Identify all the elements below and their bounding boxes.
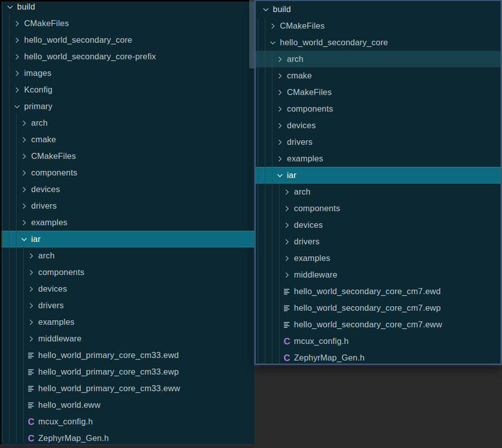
folder-row-components[interactable]: components (256, 101, 500, 117)
file-row-hello_world_primary_core_cm33.eww[interactable]: hello_world_primary_core_cm33.eww (0, 380, 254, 397)
folder-row-devices[interactable]: devices (256, 117, 500, 134)
folder-row-arch[interactable]: arch (256, 184, 500, 200)
folder-row-devices[interactable]: devices (256, 217, 500, 233)
chevron-down-icon[interactable] (20, 235, 28, 243)
chevron-right-icon[interactable] (20, 152, 28, 160)
chevron-right-icon[interactable] (283, 188, 291, 196)
folder-row-examples[interactable]: examples (0, 214, 254, 231)
chevron-down-icon[interactable] (269, 39, 277, 47)
list-file-icon (27, 351, 35, 360)
chevron-right-icon[interactable] (27, 268, 35, 277)
chevron-right-icon[interactable] (27, 302, 35, 310)
chevron-right-icon[interactable] (27, 252, 35, 260)
c-glyph: C (28, 434, 34, 442)
folder-row-arch[interactable]: arch (0, 115, 254, 131)
folder-row-examples[interactable]: examples (256, 250, 500, 266)
left-panel-left-edge (0, 0, 2, 448)
folder-row-examples[interactable]: examples (0, 314, 254, 330)
chevron-right-icon[interactable] (13, 36, 21, 44)
folder-row-hello_world_secondary_core[interactable]: hello_world_secondary_core (256, 34, 500, 51)
chevron-right-icon[interactable] (20, 186, 28, 194)
chevron-right-icon[interactable] (276, 122, 284, 130)
folder-row-examples[interactable]: examples (256, 150, 500, 167)
chevron-right-icon[interactable] (13, 53, 21, 61)
folder-row-Kconfig[interactable]: Kconfig (0, 81, 254, 98)
secondary-file-tree-panel: build CMakeFiles hello_world_secondary_c… (254, 0, 502, 365)
chevron-right-icon[interactable] (13, 69, 21, 77)
folder-row-hello_world_secondary_core[interactable]: hello_world_secondary_core (0, 32, 254, 48)
folder-row-middleware[interactable]: middleware (256, 266, 500, 283)
folder-row-iar[interactable]: iar (256, 167, 500, 184)
chevron-down-icon[interactable] (13, 103, 21, 111)
folder-row-components[interactable]: components (0, 264, 254, 281)
folder-row-iar[interactable]: iar (0, 231, 254, 247)
file-row-mcux_config.h[interactable]: C mcux_config.h (256, 333, 500, 349)
file-row-mcux_config.h[interactable]: C mcux_config.h (0, 413, 254, 430)
chevron-right-icon[interactable] (20, 202, 28, 210)
folder-row-middleware[interactable]: middleware (0, 330, 254, 347)
list-file-icon (283, 304, 291, 312)
folder-row-cmake[interactable]: cmake (0, 131, 254, 148)
chevron-right-icon[interactable] (13, 20, 21, 28)
folder-row-devices[interactable]: devices (0, 281, 254, 297)
file-row-hello_world_secondary_core_cm7.ewd[interactable]: hello_world_secondary_core_cm7.ewd (256, 283, 500, 300)
file-row-ZephyrMap_Gen.h[interactable]: C ZephyrMap_Gen.h (256, 349, 500, 365)
chevron-right-icon[interactable] (13, 86, 21, 94)
chevron-right-icon[interactable] (20, 219, 28, 227)
list-file-icon (27, 368, 35, 376)
chevron-down-icon[interactable] (276, 171, 284, 180)
file-row-hello_world_secondary_core_cm7.eww[interactable]: hello_world_secondary_core_cm7.eww (256, 316, 500, 333)
list-file-icon (27, 401, 35, 409)
folder-row-cmake[interactable]: cmake (256, 67, 500, 84)
chevron-right-icon[interactable] (269, 22, 277, 30)
folder-row-primary[interactable]: primary (0, 98, 254, 115)
folder-row-hello_world_secondary_core-prefix[interactable]: hello_world_secondary_core-prefix (0, 48, 254, 65)
chevron-right-icon[interactable] (276, 138, 284, 146)
folder-row-CMakeFiles[interactable]: CMakeFiles (0, 148, 254, 164)
chevron-right-icon[interactable] (20, 119, 28, 127)
folder-row-CMakeFiles[interactable]: CMakeFiles (0, 15, 254, 32)
chevron-right-icon[interactable] (283, 205, 291, 213)
folder-row-build[interactable]: build (256, 1, 500, 18)
c-glyph: C (283, 337, 290, 345)
chevron-right-icon[interactable] (276, 105, 284, 113)
chevron-right-icon[interactable] (20, 136, 28, 144)
folder-row-drivers[interactable]: drivers (0, 297, 254, 314)
chevron-right-icon[interactable] (27, 335, 35, 343)
folder-row-components[interactable]: components (0, 164, 254, 181)
file-row-hello_world_primary_core_cm33.ewd[interactable]: hello_world_primary_core_cm33.ewd (0, 347, 254, 364)
chevron-down-icon[interactable] (6, 3, 14, 11)
folder-row-devices[interactable]: devices (0, 181, 254, 198)
chevron-right-icon[interactable] (27, 318, 35, 326)
folder-row-drivers[interactable]: drivers (256, 233, 500, 250)
chevron-right-icon[interactable] (283, 271, 291, 279)
left-panel-scrollbar-thumb[interactable] (249, 0, 254, 68)
folder-row-images[interactable]: images (0, 65, 254, 81)
folder-row-arch[interactable]: arch (256, 51, 500, 67)
chevron-right-icon[interactable] (283, 254, 291, 262)
list-file-icon (27, 385, 35, 393)
folder-row-arch[interactable]: arch (0, 247, 254, 264)
chevron-down-icon[interactable] (262, 6, 270, 14)
file-row-hello_world.eww[interactable]: hello_world.eww (0, 397, 254, 413)
folder-row-CMakeFiles[interactable]: CMakeFiles (256, 84, 500, 101)
chevron-right-icon[interactable] (283, 238, 291, 246)
chevron-right-icon[interactable] (27, 285, 35, 293)
c-header-file-icon: C (283, 354, 291, 362)
folder-row-drivers[interactable]: drivers (0, 198, 254, 214)
left-panel-bottom-edge (0, 444, 254, 448)
chevron-right-icon[interactable] (276, 155, 284, 163)
folder-row-build[interactable]: build (0, 0, 254, 15)
file-row-hello_world_secondary_core_cm7.ewp[interactable]: hello_world_secondary_core_cm7.ewp (256, 300, 500, 316)
chevron-right-icon[interactable] (276, 72, 284, 80)
chevron-right-icon[interactable] (276, 55, 284, 63)
folder-row-components[interactable]: components (256, 200, 500, 217)
file-row-hello_world_primary_core_cm33.ewp[interactable]: hello_world_primary_core_cm33.ewp (0, 364, 254, 380)
list-file-icon (283, 321, 291, 329)
folder-row-drivers[interactable]: drivers (256, 134, 500, 150)
folder-row-CMakeFiles[interactable]: CMakeFiles (256, 18, 500, 34)
c-glyph: C (28, 418, 34, 426)
chevron-right-icon[interactable] (283, 221, 291, 229)
chevron-right-icon[interactable] (20, 169, 28, 177)
chevron-right-icon[interactable] (276, 88, 284, 97)
